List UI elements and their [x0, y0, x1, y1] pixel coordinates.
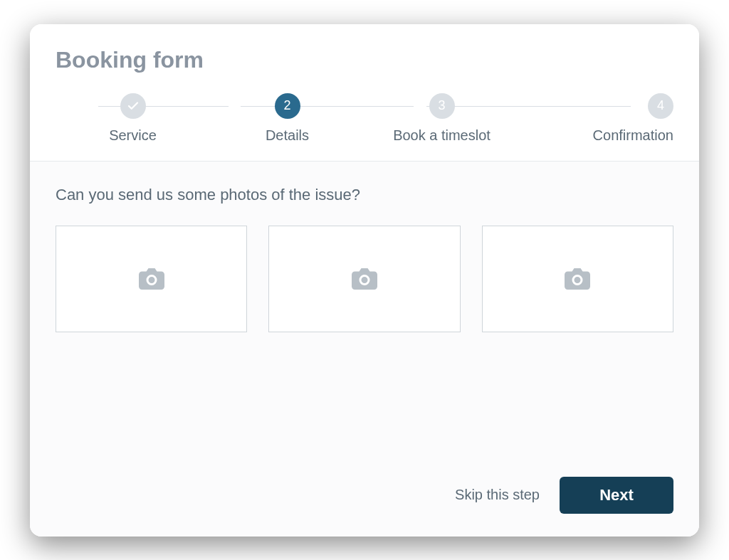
step-number-icon: 2 — [275, 93, 300, 119]
step-label: Service — [109, 127, 157, 144]
modal-body: Can you send us some photos of the issue… — [30, 162, 699, 460]
photo-upload-slot[interactable] — [482, 226, 673, 332]
step-label: Confirmation — [593, 127, 673, 144]
step-service[interactable]: Service — [56, 93, 210, 144]
step-confirmation[interactable]: 4 Confirmation — [519, 93, 673, 144]
skip-link[interactable]: Skip this step — [455, 487, 540, 503]
camera-icon — [565, 268, 590, 290]
step-label: Details — [266, 127, 309, 144]
step-details[interactable]: 2 Details — [210, 93, 364, 144]
upload-grid — [56, 226, 673, 332]
photo-upload-slot[interactable] — [268, 226, 460, 332]
modal-footer: Skip this step Next — [30, 460, 699, 537]
modal-header: Booking form Service 2 Details 3 Book a … — [30, 24, 699, 161]
photo-upload-slot[interactable] — [56, 226, 247, 332]
stepper: Service 2 Details 3 Book a timeslot 4 Co… — [56, 93, 673, 161]
booking-modal: Booking form Service 2 Details 3 Book a … — [30, 24, 699, 537]
next-button[interactable]: Next — [560, 477, 673, 514]
camera-icon — [139, 268, 164, 290]
step-number-icon: 4 — [648, 93, 673, 119]
page-title: Booking form — [56, 47, 673, 73]
camera-icon — [352, 268, 377, 290]
step-label: Book a timeslot — [393, 127, 491, 144]
question-text: Can you send us some photos of the issue… — [56, 186, 673, 204]
step-number-icon: 3 — [429, 93, 455, 119]
step-timeslot[interactable]: 3 Book a timeslot — [364, 93, 519, 144]
check-icon — [120, 93, 146, 119]
